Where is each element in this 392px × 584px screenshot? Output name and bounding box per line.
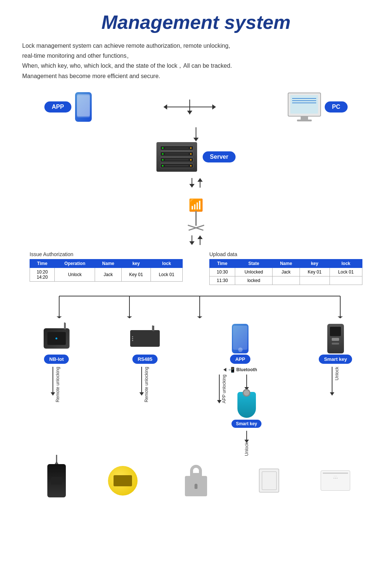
issue-cell-op: Unlock bbox=[55, 268, 95, 281]
branch-connector bbox=[22, 289, 370, 318]
upload-cell-name1: Jack bbox=[273, 268, 300, 276]
yellow-disc-icon bbox=[108, 466, 138, 496]
double-arrow-below-tower bbox=[22, 233, 370, 248]
pc-badge: PC bbox=[325, 101, 348, 113]
svg-marker-6 bbox=[197, 316, 202, 318]
app-icon bbox=[226, 326, 255, 352]
issue-table: Time Operation Name key lock 10:2014:20 … bbox=[30, 259, 183, 282]
issue-cell-key: Key 01 bbox=[121, 268, 151, 281]
smart-key-fob-group: Smart key bbox=[232, 392, 261, 428]
upload-cell-state2: locked bbox=[235, 276, 273, 285]
app-col: APP 📲 Bluetooth APP unlocking bbox=[203, 326, 277, 459]
issue-cell-time: 10:2014:20 bbox=[30, 268, 55, 281]
devices-row: NB-Iot Remote unlocking bbox=[22, 326, 370, 459]
phone-icon bbox=[75, 92, 92, 122]
top-connector bbox=[163, 100, 216, 114]
nb-iot-badge: NB-Iot bbox=[44, 355, 69, 364]
nb-iot-icon bbox=[42, 326, 71, 352]
smart-key-unlock-section: Unlock bbox=[332, 367, 339, 393]
nb-lock-col bbox=[26, 464, 87, 497]
page-title: Management system bbox=[22, 11, 370, 33]
upload-cell-state1: Unlocked bbox=[235, 268, 273, 276]
smart-key-icon bbox=[321, 326, 350, 352]
table-row: 10:2014:20 Unlock Jack Key 01 Lock 01 bbox=[30, 268, 183, 281]
server-icon bbox=[156, 142, 197, 172]
issue-col-time: Time bbox=[30, 259, 55, 268]
upload-cell-name2 bbox=[273, 276, 300, 285]
issue-cell-name: Jack bbox=[95, 268, 122, 281]
pc-section: PC bbox=[288, 93, 348, 121]
smart-key-fob-badge: Smart key bbox=[232, 420, 261, 428]
smart-key-lock-col: - - - = = = bbox=[305, 470, 366, 491]
nb-lock-icon bbox=[47, 464, 66, 497]
nb-arrow-down bbox=[53, 367, 53, 393]
rs485-badge: RS485 bbox=[132, 355, 158, 364]
tower-section: 📶 bbox=[22, 194, 370, 231]
fob-arrow-down bbox=[246, 431, 247, 440]
smart-key-unlock-label: Unlock bbox=[334, 367, 339, 380]
tables-row: Issue Authorization Time Operation Name … bbox=[22, 251, 370, 285]
nb-remote-label: Remote unlocking bbox=[55, 367, 60, 402]
issue-auth-label: Issue Authorization bbox=[30, 251, 183, 257]
upload-data-section: Upload data Time State Name key lock bbox=[209, 251, 362, 285]
upload-cell-lock2 bbox=[330, 276, 362, 285]
upload-col-time: Time bbox=[210, 259, 235, 268]
arrow-to-server bbox=[22, 125, 370, 140]
upload-cell-key2 bbox=[300, 276, 330, 285]
padlock-icon bbox=[185, 465, 207, 496]
smart-key-arrow-down bbox=[332, 367, 332, 393]
fob-lock-col bbox=[239, 469, 300, 493]
monitor-icon bbox=[288, 93, 321, 121]
rs485-col: RS485 Remote unlocking bbox=[114, 326, 176, 402]
svg-marker-2 bbox=[57, 316, 62, 318]
server-badge: Server bbox=[203, 151, 236, 162]
app-badge: APP bbox=[44, 101, 71, 113]
app-unlock-section: APP unlocking Smart key bbox=[219, 375, 261, 459]
issue-cell-lock: Lock 01 bbox=[151, 268, 182, 281]
upload-table: Time State Name key lock 10:30 Unlocked … bbox=[209, 259, 362, 285]
app-unlock-label: APP unlocking bbox=[222, 375, 227, 403]
svg-marker-8 bbox=[338, 316, 343, 318]
top-row: APP bbox=[22, 92, 370, 122]
upload-data-label: Upload data bbox=[209, 251, 362, 257]
rs-remote-label: Remote unlocking bbox=[144, 367, 149, 402]
table-row: 10:30 Unlocked Jack Key 01 Lock 01 bbox=[210, 268, 362, 276]
rs-remote-section: Remote unlocking bbox=[141, 367, 149, 402]
upload-col-name: Name bbox=[273, 259, 300, 268]
upload-col-lock: lock bbox=[330, 259, 362, 268]
tower-icon: 📶 bbox=[181, 194, 211, 231]
app-section: APP bbox=[44, 92, 92, 122]
upload-col-key: key bbox=[300, 259, 330, 268]
issue-col-key: key bbox=[121, 259, 151, 268]
bottom-locks-row: - - - = = = bbox=[22, 464, 370, 497]
unlock-fob-section: Smart key Unlock bbox=[232, 375, 261, 459]
cabinet-icon bbox=[259, 469, 279, 493]
rs-arrow-down bbox=[141, 367, 142, 393]
upload-cell-lock1: Lock 01 bbox=[330, 268, 362, 276]
issue-col-op: Operation bbox=[55, 259, 95, 268]
issue-col-lock: lock bbox=[151, 259, 182, 268]
svg-marker-4 bbox=[127, 316, 132, 318]
nb-remote-section: Remote unlocking bbox=[53, 367, 60, 402]
issue-auth-section: Issue Authorization Time Operation Name … bbox=[30, 251, 183, 285]
bluetooth-label: Bluetooth bbox=[236, 367, 257, 372]
app-lock-col bbox=[159, 465, 233, 496]
app-arrow-down bbox=[219, 375, 220, 400]
wall-panel-icon: - - - = = = bbox=[321, 470, 350, 491]
smart-key-badge: Smart key bbox=[319, 355, 352, 364]
description: Lock management system can achieve remot… bbox=[22, 41, 370, 81]
diagram: APP bbox=[22, 92, 370, 497]
double-arrow-to-tower bbox=[22, 174, 370, 192]
bluetooth-row: 📲 Bluetooth bbox=[223, 367, 257, 373]
smart-key-col: Smart key Unlock bbox=[305, 326, 366, 393]
rs485-icon bbox=[130, 326, 160, 352]
upload-cell-key1: Key 01 bbox=[300, 268, 330, 276]
fob-unlock-label: Unlock bbox=[244, 440, 249, 459]
key-fob-icon bbox=[237, 392, 256, 418]
table-row: 11:30 locked bbox=[210, 276, 362, 285]
upload-cell-time2: 11:30 bbox=[210, 276, 235, 285]
app-badge2: APP bbox=[230, 355, 250, 364]
nb-iot-col: NB-Iot Remote unlocking bbox=[26, 326, 87, 402]
issue-col-name: Name bbox=[95, 259, 122, 268]
upload-cell-time1: 10:30 bbox=[210, 268, 235, 276]
